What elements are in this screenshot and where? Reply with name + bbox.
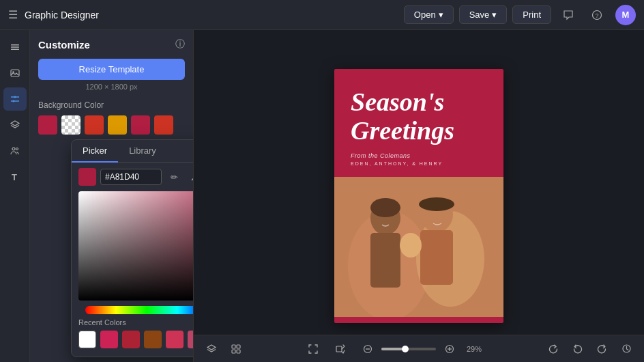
topbar-center: Open ▾ Save ▾ Print xyxy=(404,5,551,24)
hex-input[interactable] xyxy=(100,169,162,185)
design-card: Season's Greetings From the Colemans EDE… xyxy=(334,69,503,323)
zoom-out-icon[interactable] xyxy=(358,339,377,359)
svg-point-9 xyxy=(14,96,16,98)
resize-template-button[interactable]: Resize Template xyxy=(38,59,185,80)
swatch-5[interactable] xyxy=(131,115,150,135)
gradient-canvas[interactable] xyxy=(78,191,194,301)
panel-header: Customize ⓘ xyxy=(38,38,185,51)
recent-swatch-5[interactable] xyxy=(166,331,184,348)
card-subtitle: From the Colemans xyxy=(351,152,487,159)
svg-rect-32 xyxy=(237,345,240,348)
color-picker-popup: Picker Library ✏ + xyxy=(71,139,194,357)
svg-rect-34 xyxy=(237,350,240,353)
card-photo xyxy=(334,177,503,317)
card-title-line2: Greetings xyxy=(351,117,487,145)
sidebar-icon-text[interactable]: T xyxy=(3,165,27,189)
canvas-area[interactable]: Season's Greetings From the Colemans EDE… xyxy=(194,30,644,362)
svg-point-13 xyxy=(12,148,15,150)
edit-color-icon[interactable]: ✏ xyxy=(166,169,182,185)
panel: Customize ⓘ Resize Template 1200 × 1800 … xyxy=(30,30,194,362)
sidebar-icon-image[interactable] xyxy=(3,61,27,85)
layers-toggle-icon[interactable] xyxy=(202,339,221,359)
size-label: 1200 × 1800 px xyxy=(38,83,185,91)
color-preview-box[interactable] xyxy=(78,168,96,186)
swatch-6[interactable] xyxy=(154,115,173,135)
bottom-left xyxy=(202,339,246,359)
card-title-line1: Season's xyxy=(351,88,487,117)
svg-rect-3 xyxy=(11,46,19,48)
main: T Customize ⓘ Resize Template 1200 × 180… xyxy=(0,30,644,362)
tab-library[interactable]: Library xyxy=(118,140,167,162)
svg-rect-2 xyxy=(11,44,19,46)
tab-picker[interactable]: Picker xyxy=(72,140,118,163)
svg-point-14 xyxy=(16,148,18,150)
svg-rect-35 xyxy=(336,346,342,352)
bottom-right xyxy=(543,339,636,359)
avatar[interactable]: M xyxy=(615,5,636,25)
undo-icon[interactable] xyxy=(568,339,587,359)
open-button[interactable]: Open ▾ xyxy=(404,5,454,24)
recent-swatch-4[interactable] xyxy=(144,331,162,348)
sidebar-icon-people[interactable] xyxy=(3,139,27,163)
print-button[interactable]: Print xyxy=(512,5,551,24)
grid-toggle-icon[interactable] xyxy=(226,339,246,359)
swatch-3[interactable] xyxy=(85,115,104,135)
sidebar-icon-layers[interactable] xyxy=(3,113,27,137)
svg-rect-33 xyxy=(232,350,235,353)
recent-swatches xyxy=(72,331,194,348)
card-title: Season's Greetings xyxy=(351,88,487,145)
svg-text:?: ? xyxy=(595,12,598,19)
zoom-slider[interactable] xyxy=(381,348,436,350)
history-icon[interactable] xyxy=(617,339,636,359)
panel-info-icon[interactable]: ⓘ xyxy=(175,38,185,51)
picker-tabs: Picker Library xyxy=(72,140,194,163)
svg-text:T: T xyxy=(12,172,17,182)
sidebar-icon-customize[interactable] xyxy=(3,87,27,111)
zoom-thumb xyxy=(402,346,409,352)
swatch-1[interactable] xyxy=(38,115,57,135)
swatch-4[interactable] xyxy=(108,115,127,135)
eyedropper-icon[interactable] xyxy=(186,169,194,185)
save-button[interactable]: Save ▾ xyxy=(459,5,508,24)
help-icon[interactable]: ? xyxy=(587,5,607,25)
recent-swatch-3[interactable] xyxy=(122,331,140,348)
panel-title: Customize xyxy=(38,39,90,51)
recent-label: Recent Colors xyxy=(78,318,194,326)
color-swatches xyxy=(38,115,185,135)
restore-icon[interactable] xyxy=(543,339,562,359)
icon-sidebar: T xyxy=(0,30,30,362)
bottom-bar: 29% xyxy=(194,335,644,362)
zoom-controls: 29% xyxy=(358,339,485,359)
zoom-percent: 29% xyxy=(463,345,485,353)
fit-screen-icon[interactable] xyxy=(304,339,323,359)
redo-icon[interactable] xyxy=(592,339,611,359)
topbar-left: ☰ Graphic Designer xyxy=(8,8,397,21)
swatch-2[interactable] xyxy=(61,115,80,135)
menu-icon[interactable]: ☰ xyxy=(8,8,18,21)
color-input-row: ✏ + xyxy=(72,163,194,191)
recent-swatch-6[interactable] xyxy=(188,331,194,348)
card-names: EDEN, ANTHONY, & HENRY xyxy=(351,161,487,166)
svg-point-12 xyxy=(12,100,14,102)
app-title: Graphic Designer xyxy=(25,10,99,20)
zoom-track xyxy=(381,348,403,350)
canvas-inner: Season's Greetings From the Colemans EDE… xyxy=(334,69,503,323)
svg-rect-4 xyxy=(11,48,19,50)
bg-color-label: Background Color xyxy=(38,100,185,110)
sidebar-icon-menu[interactable] xyxy=(3,36,27,59)
svg-rect-5 xyxy=(11,70,19,76)
topbar-right: ? M xyxy=(558,5,636,25)
topbar: ☰ Graphic Designer Open ▾ Save ▾ Print ?… xyxy=(0,0,644,30)
svg-rect-30 xyxy=(334,177,503,317)
svg-rect-31 xyxy=(232,345,235,348)
card-text-area: Season's Greetings From the Colemans EDE… xyxy=(334,69,503,177)
photo-svg xyxy=(334,177,503,317)
recent-swatch-2[interactable] xyxy=(100,331,118,348)
hue-slider[interactable] xyxy=(85,306,194,314)
resize-canvas-icon[interactable] xyxy=(331,339,350,359)
hue-slider-container[interactable] xyxy=(78,306,194,314)
recent-swatch-1[interactable] xyxy=(78,331,96,348)
comment-icon[interactable] xyxy=(558,5,579,25)
zoom-in-icon[interactable] xyxy=(440,339,459,359)
bottom-center: 29% xyxy=(254,339,535,359)
